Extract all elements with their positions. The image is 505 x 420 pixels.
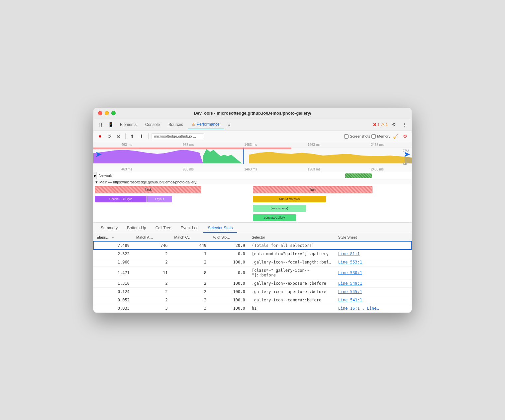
overview-section: ➤ 463 ms 963 ms 1463 ms 1963 ms 2463 ms xyxy=(93,142,412,167)
cell-selector-2: .gallery-icon--focal-length::bef… xyxy=(249,258,335,266)
cell-match-c-7: 3 xyxy=(171,304,210,312)
table-row[interactable]: 0.124 2 2 100.0 .gallery-icon--aperture:… xyxy=(93,287,412,296)
cell-match-c-2: 2 xyxy=(171,258,210,266)
cell-elapsed-3: 1.471 xyxy=(93,266,133,279)
th-elapsed[interactable]: Elaps… ▼ xyxy=(93,233,133,242)
record-button[interactable]: ● xyxy=(96,132,104,140)
task-bar-2[interactable]: Task xyxy=(253,186,372,193)
cell-stylesheet-5[interactable]: Line 545:1 xyxy=(335,287,412,296)
svg-marker-0 xyxy=(93,150,203,163)
window-title: DevTools - microsoftedge.github.io/Demos… xyxy=(194,111,311,116)
layout-bar[interactable]: Layout xyxy=(147,196,172,202)
clear-button[interactable]: ⊘ xyxy=(115,132,123,140)
cell-stylesheet-0 xyxy=(335,241,412,250)
cell-pct-3: 0.0 xyxy=(210,266,249,279)
bottom-section: Summary Bottom-Up Call Tree Event Log Se… xyxy=(93,223,412,313)
cell-stylesheet-6[interactable]: Line 541:1 xyxy=(335,296,412,304)
cell-match-a-0: 746 xyxy=(133,241,171,250)
cell-match-a-1: 2 xyxy=(133,250,171,258)
inspector-icon[interactable]: ⁞⁞ xyxy=(96,120,105,129)
network-track-toggle[interactable]: ▶ xyxy=(93,172,97,179)
settings-icon[interactable]: ⚙ xyxy=(389,120,398,129)
separator-2 xyxy=(148,133,149,139)
screenshots-checkbox[interactable]: Screenshots xyxy=(344,134,370,139)
cell-selector-6: .gallery-icon--camera::before xyxy=(249,296,335,304)
cell-elapsed-7: 0.033 xyxy=(93,304,133,312)
table-row[interactable]: 1.471 11 8 0.0 [class*=" gallery-icon--"… xyxy=(93,266,412,279)
cell-pct-6: 100.0 xyxy=(210,296,249,304)
table-row[interactable]: 2.322 2 1 0.0 [data-module="gallery"] .g… xyxy=(93,250,412,258)
tasks-row: Task Task xyxy=(93,185,412,194)
cell-stylesheet-1[interactable]: Line 81:1 xyxy=(335,250,412,258)
tab-more[interactable]: » xyxy=(224,120,235,129)
cell-pct-1: 0.0 xyxy=(210,250,249,258)
cell-elapsed-6: 0.052 xyxy=(93,296,133,304)
th-selector[interactable]: Selector xyxy=(249,233,335,242)
cleanup-icon[interactable]: 🧹 xyxy=(392,132,400,140)
tab-bottom-up[interactable]: Bottom-Up xyxy=(122,224,151,233)
cell-pct-5: 100.0 xyxy=(210,287,249,296)
table-row[interactable]: 1.310 2 2 100.0 .gallery-icon--exposure:… xyxy=(93,279,412,287)
selector-stats-table-area: Elaps… ▼ Match A… Match C… % of Slo… Sel… xyxy=(93,233,412,313)
tab-sources[interactable]: Sources xyxy=(164,120,187,129)
time-ruler-bottom: 463 ms 963 ms 1463 ms 1963 ms 2463 ms xyxy=(93,167,412,172)
table-row[interactable]: 1.960 2 2 100.0 .gallery-icon--focal-len… xyxy=(93,258,412,266)
populate-gallery-bar[interactable]: populateGallery xyxy=(253,214,296,221)
tab-call-tree[interactable]: Call Tree xyxy=(151,224,176,233)
separator-1 xyxy=(125,133,126,139)
cell-match-c-5: 2 xyxy=(171,287,210,296)
tab-console[interactable]: Console xyxy=(141,120,164,129)
device-emulation-icon[interactable]: 📱 xyxy=(106,120,115,129)
more-options-icon[interactable]: ⋮ xyxy=(400,120,409,129)
url-display: microsoftedge.github.io ... xyxy=(151,133,204,139)
cell-match-c-0: 449 xyxy=(171,241,210,250)
cell-match-a-6: 2 xyxy=(133,296,171,304)
close-button[interactable] xyxy=(98,111,102,115)
cell-stylesheet-7[interactable]: Line 16:1 , Line… xyxy=(335,304,412,312)
network-track-content xyxy=(120,172,412,179)
th-stylesheet[interactable]: Style Sheet xyxy=(335,233,412,242)
tab-summary[interactable]: Summary xyxy=(96,224,122,233)
table-row[interactable]: 0.033 3 3 100.0 h1 Line 16:1 , Line… xyxy=(93,304,412,312)
cell-stylesheet-4[interactable]: Line 549:1 xyxy=(335,279,412,287)
download-button[interactable]: ⬇ xyxy=(138,132,146,140)
cell-match-c-6: 2 xyxy=(171,296,210,304)
cell-match-c-1: 1 xyxy=(171,250,210,258)
task-bar-1[interactable]: Task xyxy=(95,186,201,193)
th-match-c[interactable]: Match C… xyxy=(171,233,210,242)
reload-button[interactable]: ↺ xyxy=(105,132,113,140)
cell-selector-3: [class*=" gallery-icon--"]::before xyxy=(249,266,335,279)
sub-tasks-row-2: (anonymous) xyxy=(93,204,412,213)
cell-selector-5: .gallery-icon--aperture::before xyxy=(249,287,335,296)
upload-button[interactable]: ⬆ xyxy=(128,132,136,140)
cpu-net-chart: CPU NET xyxy=(93,148,412,167)
time-ruler-top: 463 ms 963 ms 1463 ms 1963 ms 2463 ms xyxy=(93,142,412,148)
cell-match-a-7: 3 xyxy=(133,304,171,312)
cell-selector-7: h1 xyxy=(249,304,335,312)
cell-stylesheet-3[interactable]: Line 530:1 xyxy=(335,266,412,279)
sort-arrow: ▼ xyxy=(112,236,115,239)
cell-elapsed-2: 1.960 xyxy=(93,258,133,266)
maximize-button[interactable] xyxy=(111,111,116,115)
th-pct-slow[interactable]: % of Slo… xyxy=(210,233,249,242)
timeline-area: 463 ms 963 ms 1463 ms 1963 ms 2463 ms ▶ … xyxy=(93,167,412,223)
performance-toolbar: ● ↺ ⊘ ⬆ ⬇ microsoftedge.github.io ... Sc… xyxy=(93,131,412,142)
table-row[interactable]: 7.489 746 449 20.9 (Totals for all selec… xyxy=(93,241,412,250)
tab-elements[interactable]: Elements xyxy=(116,120,141,129)
tab-event-log[interactable]: Event Log xyxy=(176,224,203,233)
memory-checkbox[interactable]: Memory xyxy=(371,134,390,139)
th-match-a[interactable]: Match A… xyxy=(133,233,171,242)
recalculate-style-bar[interactable]: Recalcu…e Style xyxy=(95,196,147,202)
anonymous-bar[interactable]: (anonymous) xyxy=(253,205,306,212)
perf-settings-icon[interactable]: ⚙ xyxy=(401,132,409,140)
table-row[interactable]: 0.052 2 2 100.0 .gallery-icon--camera::b… xyxy=(93,296,412,304)
svg-marker-2 xyxy=(249,152,412,163)
tab-selector-stats[interactable]: Selector Stats xyxy=(203,224,238,233)
error-badge: ✖ 1 xyxy=(373,122,379,127)
main-track-label: ▼ Main — https://microsoftedge.github.io… xyxy=(93,179,412,185)
minimize-button[interactable] xyxy=(105,111,109,115)
run-microtasks-bar[interactable]: Run Microtasks xyxy=(253,196,326,202)
tab-performance[interactable]: ⚠ Performance xyxy=(188,120,224,129)
cell-stylesheet-2[interactable]: Line 553:1 xyxy=(335,258,412,266)
cell-pct-7: 100.0 xyxy=(210,304,249,312)
